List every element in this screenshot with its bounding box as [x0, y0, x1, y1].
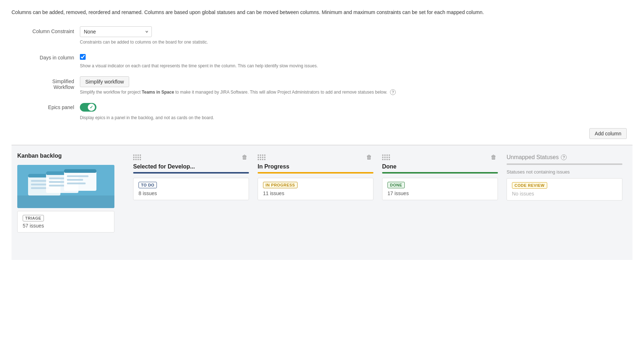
- triage-card: TRIAGE 57 issues: [17, 211, 114, 233]
- unmapped-header: Unmapped Statuses ?: [507, 154, 622, 161]
- drag-handle-inprogress[interactable]: [258, 154, 266, 160]
- column-panel-inprogress: 🗑 In Progress IN PROGRESS 11 issues: [253, 151, 378, 254]
- status-badge-inprogress: IN PROGRESS: [263, 182, 298, 188]
- status-badge-todo: TO DO: [139, 182, 157, 188]
- status-count-inprogress: 11 issues: [263, 190, 368, 196]
- unmapped-statuses-panel: Unmapped Statuses ? Statuses not contain…: [502, 151, 627, 254]
- backlog-illustration-area: [17, 165, 114, 208]
- days-in-column-label: Days in column: [12, 53, 80, 60]
- code-review-count: No issues: [512, 191, 617, 197]
- simplified-workflow-content: Simplify workflow Simplify the workflow …: [80, 76, 632, 95]
- column-panel-selected: 🗑 Selected for Develop... TO DO 8 issues: [129, 151, 253, 254]
- backlog-svg-illustration: [17, 165, 114, 208]
- svg-rect-15: [67, 179, 83, 181]
- workflow-hint-suffix: to make it managed by JIRA Software. Thi…: [174, 90, 387, 95]
- column-constraint-row: Column Constraint None Issue Count Story…: [12, 26, 632, 45]
- simplified-workflow-row: SimplifiedWorkflow Simplify workflow Sim…: [12, 76, 632, 95]
- unmapped-help-icon[interactable]: ?: [561, 154, 567, 160]
- workflow-help-icon[interactable]: ?: [390, 89, 396, 95]
- status-card-todo: TO DO 8 issues: [133, 178, 249, 200]
- column-header-done: 🗑: [382, 154, 498, 161]
- kanban-backlog-title: Kanban backlog: [17, 153, 117, 159]
- delete-column-inprogress[interactable]: 🗑: [365, 154, 373, 161]
- column-panels: 🗑 Selected for Develop... TO DO 8 issues: [123, 145, 632, 260]
- epics-panel-label: Epics panel: [12, 102, 80, 110]
- column-bar-done: [382, 172, 498, 174]
- add-column-button[interactable]: Add column: [589, 128, 627, 139]
- epics-panel-row: Epics panel ✓ Display epics in a panel i…: [12, 102, 632, 121]
- unmapped-title: Unmapped Statuses: [507, 154, 559, 161]
- column-panel-done: 🗑 Done DONE 17 issues: [378, 151, 502, 254]
- simplify-workflow-button[interactable]: Simplify workflow: [80, 76, 129, 87]
- days-in-column-checkbox[interactable]: [80, 54, 86, 60]
- delete-column-done[interactable]: 🗑: [489, 154, 498, 161]
- drag-handle-done[interactable]: [382, 154, 390, 160]
- toggle-check-icon: ✓: [90, 105, 93, 110]
- workflow-hint-prefix: Simplify the workflow for project: [80, 90, 142, 95]
- drag-handle-selected[interactable]: [133, 154, 141, 160]
- code-review-badge: CODE REVIEW: [512, 182, 547, 189]
- column-header-selected: 🗑: [133, 154, 249, 161]
- column-name-selected: Selected for Develop...: [133, 163, 249, 170]
- svg-rect-16: [67, 183, 86, 184]
- page-wrapper: Columns can be added, removed, reordered…: [0, 0, 644, 269]
- svg-rect-5: [31, 184, 47, 185]
- unmapped-bar: [507, 163, 622, 165]
- column-name-inprogress: In Progress: [258, 163, 373, 170]
- column-constraint-label: Column Constraint: [12, 26, 80, 34]
- toggle-track: ✓: [80, 103, 96, 112]
- epics-panel-content: ✓ Display epics in a panel in the backlo…: [80, 102, 632, 121]
- toggle-thumb: ✓: [88, 104, 95, 111]
- simplified-workflow-label: SimplifiedWorkflow: [12, 76, 80, 90]
- days-in-column-content: Show a visual indicator on each card tha…: [80, 53, 632, 69]
- svg-rect-13: [64, 169, 96, 173]
- column-constraint-select[interactable]: None Issue Count Story Points: [80, 26, 152, 37]
- column-constraint-content: None Issue Count Story Points Constraint…: [80, 26, 632, 45]
- svg-rect-10: [49, 181, 65, 183]
- days-in-column-row: Days in column Show a visual indicator o…: [12, 53, 632, 69]
- column-name-done: Done: [382, 163, 498, 170]
- status-card-done: DONE 17 issues: [382, 178, 498, 200]
- add-column-row: Add column: [12, 128, 632, 139]
- page-description: Columns can be added, removed, reordered…: [12, 9, 515, 16]
- settings-section: Column Constraint None Issue Count Story…: [12, 26, 632, 121]
- svg-rect-14: [67, 175, 89, 177]
- triage-count: 57 issues: [23, 223, 109, 229]
- days-in-column-hint: Show a visual indicator on each card tha…: [80, 63, 404, 69]
- column-bar-selected: [133, 172, 249, 174]
- delete-column-selected[interactable]: 🗑: [240, 154, 249, 161]
- unmapped-hint: Statuses not containing issues: [507, 169, 622, 175]
- column-constraint-hint: Constraints can be added to columns on t…: [80, 39, 404, 45]
- status-count-done: 17 issues: [387, 190, 493, 196]
- triage-badge: TRIAGE: [23, 215, 44, 221]
- kanban-backlog: Kanban backlog: [12, 145, 123, 260]
- column-bar-inprogress: [258, 172, 373, 174]
- project-name: Teams in Space: [142, 90, 174, 95]
- workflow-hint: Simplify the workflow for project Teams …: [80, 89, 404, 95]
- status-card-inprogress: IN PROGRESS 11 issues: [258, 178, 373, 200]
- svg-rect-1: [17, 195, 114, 208]
- status-count-todo: 8 issues: [139, 190, 244, 196]
- epics-panel-hint: Display epics in a panel in the backlog,…: [80, 115, 404, 121]
- column-header-inprogress: 🗑: [258, 154, 373, 161]
- code-review-card: CODE REVIEW No issues: [507, 178, 622, 201]
- status-badge-done: DONE: [387, 182, 405, 188]
- board-section: Kanban backlog: [12, 145, 632, 260]
- epics-panel-toggle[interactable]: ✓: [80, 103, 96, 112]
